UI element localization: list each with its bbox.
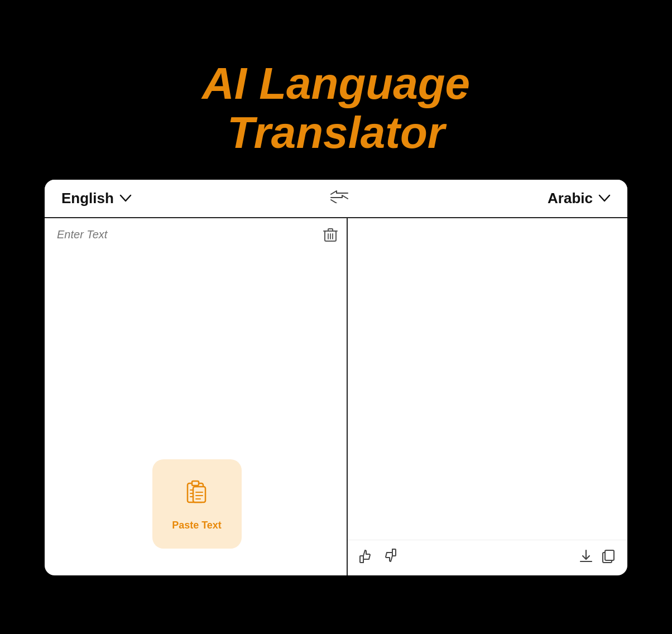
svg-rect-20: [605, 550, 614, 560]
svg-rect-7: [192, 481, 199, 486]
svg-rect-2: [328, 229, 333, 231]
source-lang-label: English: [61, 190, 114, 207]
svg-rect-11: [193, 487, 205, 502]
download-icon: [578, 548, 594, 564]
target-lang-label: Arabic: [548, 190, 593, 207]
thumbs-down-icon: [381, 548, 397, 564]
app-title: AI Language Translator: [202, 59, 470, 157]
title-line1: AI Language: [202, 59, 470, 108]
source-lang-chevron-icon: [119, 192, 132, 205]
source-panel: Paste Text: [45, 218, 348, 575]
translation-area: Paste Text: [45, 218, 627, 575]
action-icons: [578, 548, 616, 568]
thumbs-up-button[interactable]: [359, 548, 375, 568]
target-lang-chevron-icon: [598, 192, 611, 205]
copy-button[interactable]: [601, 548, 616, 568]
thumbs-up-icon: [359, 548, 375, 564]
paste-icon: [182, 477, 212, 513]
title-line2: Translator: [227, 108, 445, 157]
source-text-input[interactable]: [57, 228, 337, 448]
delete-text-button[interactable]: [323, 227, 338, 246]
target-panel: [348, 218, 627, 575]
lang-selector-bar: English Arabic: [45, 180, 627, 218]
source-lang-selector[interactable]: English: [61, 190, 132, 207]
feedback-icons: [359, 548, 397, 568]
svg-rect-15: [360, 556, 363, 563]
target-text-output: [348, 218, 627, 540]
copy-icon: [601, 548, 616, 564]
translator-card: English Arabic: [45, 180, 627, 575]
swap-languages-icon[interactable]: [330, 190, 349, 207]
paste-button-area: Paste Text: [57, 448, 337, 565]
paste-text-button[interactable]: Paste Text: [152, 459, 242, 549]
swap-icon-wrapper[interactable]: [132, 190, 548, 207]
page-wrapper: AI Language Translator English: [0, 26, 672, 609]
trash-icon: [323, 227, 338, 243]
download-button[interactable]: [578, 548, 594, 568]
svg-rect-16: [392, 549, 396, 556]
paste-button-label: Paste Text: [172, 520, 222, 531]
target-lang-selector[interactable]: Arabic: [548, 190, 611, 207]
target-bottom-bar: [348, 540, 627, 575]
thumbs-down-button[interactable]: [381, 548, 397, 568]
